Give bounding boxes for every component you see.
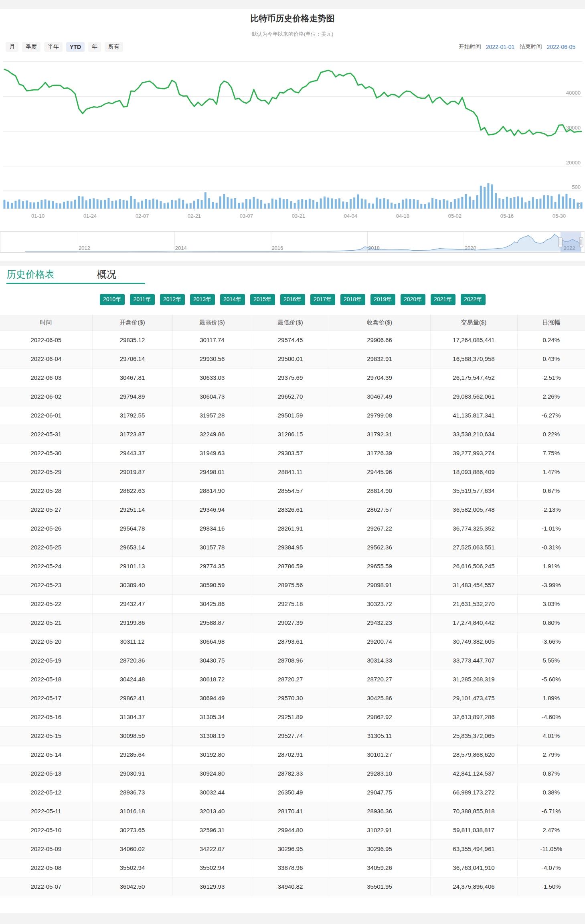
period-tab-6[interactable]: 所有 bbox=[105, 42, 123, 52]
volume-bar bbox=[33, 203, 35, 209]
table-cell: 27,525,063,551 bbox=[430, 538, 517, 557]
table-cell: 29500.01 bbox=[252, 349, 329, 368]
table-cell: 28786.59 bbox=[252, 557, 329, 575]
volume-bar bbox=[528, 201, 530, 209]
table-cell: 29285.64 bbox=[92, 745, 172, 764]
year-button-2020[interactable]: 2020年 bbox=[401, 294, 425, 305]
year-button-2019[interactable]: 2019年 bbox=[370, 294, 395, 305]
table-cell: 30192.80 bbox=[172, 745, 252, 764]
period-tab-1[interactable]: 月 bbox=[6, 42, 18, 52]
year-button-2018[interactable]: 2018年 bbox=[340, 294, 365, 305]
table-row: 2022-05-3131723.8732249.8631286.1531792.… bbox=[0, 425, 585, 444]
table-cell: 29834.16 bbox=[172, 519, 252, 538]
table-row: 2022-05-2330309.4030590.5928975.5629098.… bbox=[0, 575, 585, 594]
volume-bar bbox=[45, 199, 47, 209]
volume-bar bbox=[141, 201, 143, 209]
volume-bar bbox=[160, 201, 162, 209]
table-row: 2022-05-1228936.7330032.4426350.4929047.… bbox=[0, 783, 585, 802]
history-price-table: 时间开盘价($)最高价($)最低价($)收盘价($)交易量($)日涨幅 2022… bbox=[0, 315, 585, 896]
year-button-2017[interactable]: 2017年 bbox=[310, 294, 335, 305]
volume-bar bbox=[379, 199, 381, 209]
volume-bar bbox=[487, 183, 489, 209]
volume-bar bbox=[316, 202, 318, 209]
table-cell: 30618.72 bbox=[172, 670, 252, 689]
table-cell: 33878.96 bbox=[252, 858, 329, 877]
year-button-2011[interactable]: 2011年 bbox=[130, 294, 155, 305]
year-button-2012[interactable]: 2012年 bbox=[160, 294, 185, 305]
table-cell: 36129.93 bbox=[172, 877, 252, 896]
volume-bar bbox=[383, 198, 385, 209]
table-cell: 30467.81 bbox=[92, 368, 172, 387]
table-row: 2022-05-2129199.8629588.8729027.3929432.… bbox=[0, 613, 585, 632]
year-button-2016[interactable]: 2016年 bbox=[280, 294, 305, 305]
year-button-2010[interactable]: 2010年 bbox=[100, 294, 125, 305]
table-row: 2022-06-0131792.5531957.2829501.5929799.… bbox=[0, 406, 585, 425]
table-cell: 34060.02 bbox=[92, 839, 172, 858]
period-tab-2[interactable]: 季度 bbox=[22, 42, 40, 52]
navigator-handle-left[interactable] bbox=[559, 237, 562, 247]
volume-bar bbox=[577, 203, 579, 209]
svg-text:2012: 2012 bbox=[79, 245, 90, 251]
volume-bar bbox=[562, 197, 564, 209]
table-cell: 29199.86 bbox=[92, 613, 172, 632]
table-cell: -4.07% bbox=[517, 858, 585, 877]
table-cell: 2022-05-25 bbox=[0, 538, 92, 557]
volume-bar bbox=[498, 198, 500, 209]
table-cell: 2022-06-02 bbox=[0, 387, 92, 406]
column-header-4: 最低价($) bbox=[252, 315, 329, 330]
table-row: 2022-05-0835502.9435502.9433878.9634059.… bbox=[0, 858, 585, 877]
table-cell: 31308.19 bbox=[172, 726, 252, 745]
table-cell: 2.79% bbox=[517, 745, 585, 764]
table-cell: 28,579,868,620 bbox=[430, 745, 517, 764]
table-cell: 29267.22 bbox=[329, 519, 430, 538]
navigator-handle-right[interactable] bbox=[579, 237, 583, 247]
volume-bar bbox=[431, 198, 433, 209]
volume-bar bbox=[283, 199, 285, 209]
start-date-value[interactable]: 2022-01-01 bbox=[486, 44, 515, 50]
volume-bar bbox=[279, 198, 281, 209]
timeline-navigator[interactable]: 201220142016201820202022 bbox=[0, 231, 585, 253]
table-cell: 26350.49 bbox=[252, 783, 329, 802]
table-cell: 29706.14 bbox=[92, 349, 172, 368]
tab-overview[interactable]: 概况 bbox=[97, 268, 116, 281]
end-date-value[interactable]: 2022-06-05 bbox=[547, 44, 575, 50]
table-cell: 31723.87 bbox=[92, 425, 172, 444]
volume-bar bbox=[301, 199, 303, 209]
period-tab-4[interactable]: YTD bbox=[66, 42, 85, 52]
table-row: 2022-05-1429285.6430192.8028702.9130101.… bbox=[0, 745, 585, 764]
volume-bar bbox=[212, 202, 214, 209]
volume-bar bbox=[573, 199, 575, 209]
svg-text:500: 500 bbox=[572, 184, 581, 190]
table-cell: 5.55% bbox=[517, 651, 585, 670]
volume-bar bbox=[450, 202, 452, 209]
year-button-2015[interactable]: 2015年 bbox=[250, 294, 275, 305]
volume-bar bbox=[495, 193, 497, 209]
svg-text:40000: 40000 bbox=[566, 90, 581, 96]
year-button-2013[interactable]: 2013年 bbox=[190, 294, 215, 305]
volume-bar bbox=[208, 198, 210, 209]
year-button-2022[interactable]: 2022年 bbox=[461, 294, 486, 305]
table-cell: 17,274,840,442 bbox=[430, 613, 517, 632]
volume-bar bbox=[398, 203, 400, 209]
table-row: 2022-05-1030273.6532596.3129944.8031022.… bbox=[0, 821, 585, 839]
table-cell: 2022-05-28 bbox=[0, 481, 92, 500]
table-cell: 29251.14 bbox=[92, 500, 172, 519]
navigator-selection[interactable] bbox=[561, 232, 581, 252]
tab-history-price[interactable]: 历史价格表 bbox=[6, 268, 55, 281]
volume-bar bbox=[134, 199, 136, 209]
table-cell: 2022-06-01 bbox=[0, 406, 92, 425]
volume-bar bbox=[510, 198, 512, 209]
volume-bar bbox=[353, 197, 355, 209]
volume-bar bbox=[298, 200, 300, 209]
volume-bar bbox=[245, 199, 247, 209]
table-row: 2022-06-0429706.1429930.5629500.0129832.… bbox=[0, 349, 585, 368]
period-tab-5[interactable]: 年 bbox=[88, 42, 101, 52]
period-tab-3[interactable]: 半年 bbox=[44, 42, 63, 52]
year-button-2021[interactable]: 2021年 bbox=[431, 294, 455, 305]
table-cell: 2022-05-10 bbox=[0, 821, 92, 839]
table-row: 2022-05-0934060.0234222.0730296.9530296.… bbox=[0, 839, 585, 858]
table-cell: 1.89% bbox=[517, 689, 585, 707]
table-cell: 26,175,547,452 bbox=[430, 368, 517, 387]
year-button-2014[interactable]: 2014年 bbox=[220, 294, 245, 305]
start-time-label: 开始时间 bbox=[459, 43, 481, 51]
